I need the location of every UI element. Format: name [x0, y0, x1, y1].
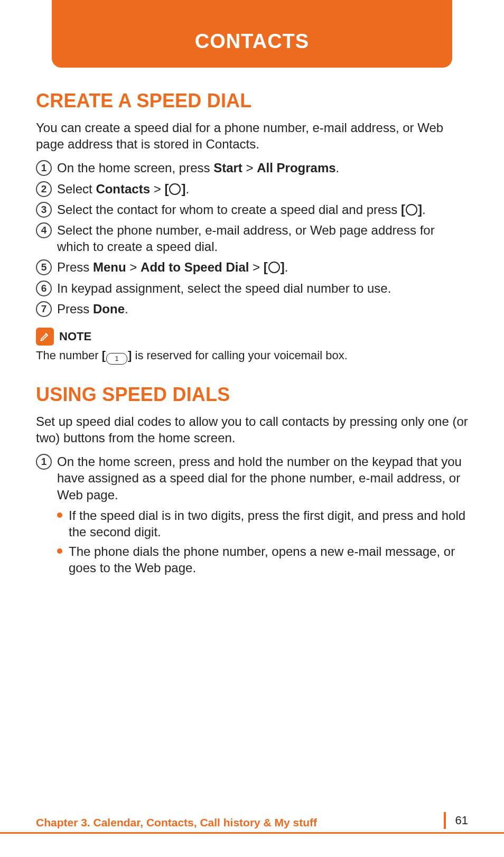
section-heading-create-speed-dial: CREATE A SPEED DIAL — [36, 90, 468, 112]
section-intro: You can create a speed dial for a phone … — [36, 119, 468, 152]
section-heading-using-speed-dials: USING SPEED DIALS — [36, 384, 468, 406]
step-1: 1 On the home screen, press Start > All … — [36, 160, 468, 176]
step-1: 1 On the home screen, press and hold the… — [36, 453, 468, 503]
note-label: NOTE — [59, 330, 91, 343]
step-number-icon: 7 — [36, 301, 52, 317]
ok-button-icon — [406, 204, 417, 216]
step-number-icon: 2 — [36, 181, 52, 197]
step-text: On the home screen, press and hold the n… — [57, 453, 468, 503]
step-6: 6 In keypad assignment, select the speed… — [36, 280, 468, 296]
note-pencil-icon — [36, 328, 54, 346]
step-number-icon: 3 — [36, 202, 52, 218]
page-number: 61 — [455, 814, 468, 827]
step-text: Press Menu > Add to Speed Dial > []. — [57, 259, 288, 275]
step-text: In keypad assignment, select the speed d… — [57, 280, 391, 296]
step-3: 3 Select the contact for whom to create … — [36, 201, 468, 218]
ok-button-icon — [169, 183, 181, 195]
note-text: The number [1] is reserved for calling y… — [36, 348, 468, 365]
keypad-one-icon: 1 — [106, 353, 127, 365]
step-number-icon: 6 — [36, 281, 52, 296]
step-7: 7 Press Done. — [36, 301, 468, 317]
steps-create-speed-dial: 1 On the home screen, press Start > All … — [36, 160, 468, 317]
step-number-icon: 4 — [36, 222, 52, 238]
step-text: On the home screen, press Start > All Pr… — [57, 160, 339, 176]
step-2: 2 Select Contacts > []. — [36, 181, 468, 197]
page-content: CREATE A SPEED DIAL You can create a spe… — [36, 0, 468, 576]
step-text: Select the phone number, e-mail address,… — [57, 222, 468, 255]
divider-icon — [444, 812, 446, 829]
section-intro: Set up speed dial codes to allow you to … — [36, 413, 468, 446]
chapter-tab: CONTACTS — [52, 0, 452, 68]
steps-using-speed-dials: 1 On the home screen, press and hold the… — [36, 453, 468, 503]
page-footer: Chapter 3. Calendar, Contacts, Call hist… — [0, 813, 504, 834]
step-text: Select the contact for whom to create a … — [57, 201, 426, 218]
sub-bullet-list: If the speed dial is in two digits, pres… — [57, 507, 468, 576]
page-number-block: 61 — [444, 812, 468, 832]
list-item: The phone dials the phone number, opens … — [57, 543, 468, 576]
chapter-tab-title: CONTACTS — [195, 30, 309, 53]
step-5: 5 Press Menu > Add to Speed Dial > []. — [36, 259, 468, 275]
list-item: If the speed dial is in two digits, pres… — [57, 507, 468, 540]
step-text: Press Done. — [57, 301, 128, 317]
ok-button-icon — [268, 262, 280, 273]
step-number-icon: 1 — [36, 454, 52, 470]
step-number-icon: 5 — [36, 259, 52, 275]
step-4: 4 Select the phone number, e-mail addres… — [36, 222, 468, 255]
chapter-label: Chapter 3. Calendar, Contacts, Call hist… — [36, 816, 317, 829]
manual-page: CONTACTS CREATE A SPEED DIAL You can cre… — [0, 0, 504, 857]
step-number-icon: 1 — [36, 160, 52, 176]
note-header: NOTE — [36, 328, 468, 346]
step-text: Select Contacts > []. — [57, 181, 189, 197]
